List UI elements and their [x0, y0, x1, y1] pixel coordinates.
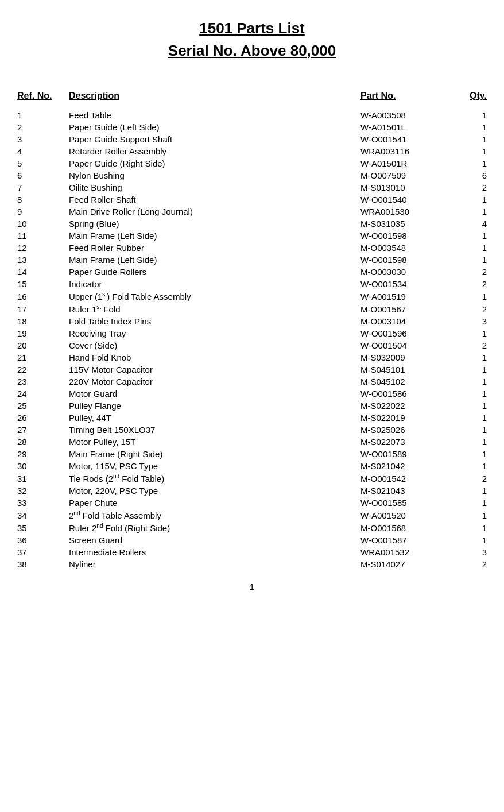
cell-desc: Feed Roller Rubber: [69, 243, 360, 253]
cell-ref: 1: [17, 110, 69, 120]
table-row: 11Main Frame (Left Side)W-O0015981: [17, 230, 487, 242]
cell-ref: 26: [17, 413, 69, 423]
cell-desc: Paper Guide Support Shaft: [69, 134, 360, 144]
cell-part: M-S045101: [360, 365, 452, 374]
cell-ref: 33: [17, 498, 69, 508]
cell-ref: 16: [17, 292, 69, 301]
cell-qty: 1: [452, 461, 487, 471]
cell-desc: Spring (Blue): [69, 219, 360, 229]
cell-desc: Motor Pulley, 15T: [69, 437, 360, 447]
cell-qty: 1: [452, 243, 487, 253]
cell-qty: 1: [452, 195, 487, 204]
table-row: 1Feed TableW-A0035081: [17, 109, 487, 121]
header-qty: Qty.: [452, 91, 487, 101]
cell-part: M-S032009: [360, 353, 452, 362]
cell-ref: 14: [17, 267, 69, 277]
cell-part: W-O001541: [360, 134, 452, 144]
cell-ref: 7: [17, 183, 69, 192]
cell-ref: 34: [17, 511, 69, 520]
cell-qty: 1: [452, 255, 487, 265]
cell-desc: Fold Table Index Pins: [69, 316, 360, 326]
table-row: 37Intermediate RollersWRA0015323: [17, 546, 487, 558]
cell-qty: 1: [452, 377, 487, 386]
cell-part: W-O001598: [360, 231, 452, 241]
cell-desc: Indicator: [69, 279, 360, 289]
table-row: 8Feed Roller ShaftW-O0015401: [17, 194, 487, 206]
cell-part: M-O003104: [360, 316, 452, 326]
table-row: 9Main Drive Roller (Long Journal)WRA0015…: [17, 206, 487, 218]
cell-desc: Timing Belt 150XLO37: [69, 425, 360, 435]
cell-part: M-S022073: [360, 437, 452, 447]
cell-desc: Retarder Roller Assembly: [69, 146, 360, 156]
cell-part: M-S031035: [360, 219, 452, 229]
cell-desc: Tie Rods (2nd Fold Table): [69, 473, 360, 484]
cell-ref: 20: [17, 341, 69, 350]
cell-ref: 28: [17, 437, 69, 447]
header-desc: Description: [69, 91, 360, 101]
cell-qty: 1: [452, 207, 487, 216]
cell-part: W-O001585: [360, 498, 452, 508]
cell-ref: 29: [17, 449, 69, 459]
table-row: 2Paper Guide (Left Side)W-A01501L1: [17, 121, 487, 133]
cell-part: M-O003030: [360, 267, 452, 277]
cell-qty: 1: [452, 511, 487, 520]
cell-desc: 220V Motor Capacitor: [69, 377, 360, 386]
cell-desc: 2nd Fold Table Assembly: [69, 510, 360, 520]
cell-ref: 25: [17, 401, 69, 411]
cell-qty: 1: [452, 231, 487, 241]
cell-qty: 3: [452, 316, 487, 326]
cell-qty: 1: [452, 365, 487, 374]
cell-desc: Feed Table: [69, 110, 360, 120]
cell-desc: Pulley Flange: [69, 401, 360, 411]
cell-ref: 12: [17, 243, 69, 253]
cell-part: W-O001504: [360, 341, 452, 350]
cell-qty: 1: [452, 158, 487, 168]
table-row: 7Oilite BushingM-S0130102: [17, 181, 487, 194]
table-row: 18Fold Table Index PinsM-O0031043: [17, 315, 487, 327]
cell-desc: Intermediate Rollers: [69, 547, 360, 557]
cell-desc: Nylon Bushing: [69, 171, 360, 180]
cell-part: M-O007509: [360, 171, 452, 180]
cell-qty: 1: [452, 425, 487, 435]
cell-qty: 2: [452, 304, 487, 314]
cell-qty: 2: [452, 559, 487, 569]
cell-part: WRA003116: [360, 146, 452, 156]
table-row: 20Cover (Side)W-O0015042: [17, 339, 487, 351]
cell-ref: 27: [17, 425, 69, 435]
title-line2: Serial No. Above 80,000: [17, 40, 487, 62]
cell-part: M-S021043: [360, 486, 452, 496]
cell-ref: 21: [17, 353, 69, 362]
cell-desc: Cover (Side): [69, 341, 360, 350]
cell-ref: 5: [17, 158, 69, 168]
cell-qty: 6: [452, 171, 487, 180]
cell-ref: 32: [17, 486, 69, 496]
cell-qty: 2: [452, 267, 487, 277]
cell-qty: 2: [452, 183, 487, 192]
cell-qty: 1: [452, 110, 487, 120]
cell-ref: 13: [17, 255, 69, 265]
cell-part: W-O001598: [360, 255, 452, 265]
cell-ref: 23: [17, 377, 69, 386]
cell-desc: Receiving Tray: [69, 328, 360, 338]
cell-qty: 1: [452, 292, 487, 301]
cell-desc: Paper Chute: [69, 498, 360, 508]
cell-desc: Pulley, 44T: [69, 413, 360, 423]
table-row: 38NylinerM-S0140272: [17, 558, 487, 570]
cell-desc: Paper Guide (Left Side): [69, 122, 360, 132]
cell-part: W-A01501L: [360, 122, 452, 132]
cell-ref: 8: [17, 195, 69, 204]
table-row: 22115V Motor CapacitorM-S0451011: [17, 364, 487, 376]
cell-ref: 30: [17, 461, 69, 471]
cell-qty: 2: [452, 341, 487, 350]
table-header: Ref. No. Description Part No. Qty.: [17, 91, 487, 103]
cell-ref: 6: [17, 171, 69, 180]
table-row: 19Receiving TrayW-O0015961: [17, 327, 487, 339]
cell-desc: Screen Guard: [69, 535, 360, 545]
table-row: 32Motor, 220V, PSC TypeM-S0210431: [17, 485, 487, 497]
table-row: 24Motor GuardW-O0015861: [17, 388, 487, 400]
cell-ref: 17: [17, 304, 69, 314]
cell-qty: 1: [452, 122, 487, 132]
cell-qty: 1: [452, 498, 487, 508]
table-row: 30Motor, 115V, PSC TypeM-S0210421: [17, 460, 487, 472]
cell-desc: Main Drive Roller (Long Journal): [69, 207, 360, 216]
